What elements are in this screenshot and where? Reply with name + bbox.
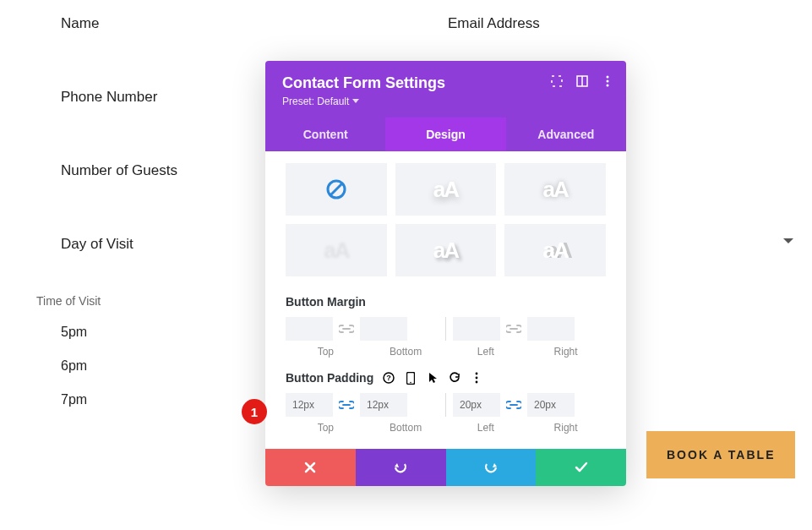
shadow-option-6[interactable]: aA — [504, 224, 606, 276]
preset-label: Preset: Default — [282, 96, 349, 107]
svg-point-12 — [476, 373, 478, 375]
time-label: Time of Visit — [36, 294, 101, 308]
redo-button[interactable] — [446, 449, 537, 486]
link-icon[interactable] — [338, 320, 355, 337]
tab-content[interactable]: Content — [265, 117, 385, 151]
undo-icon — [393, 461, 408, 474]
margin-right-input[interactable] — [527, 317, 575, 341]
padding-row — [286, 393, 606, 417]
padding-left-input[interactable] — [453, 393, 500, 417]
button-margin-label: Button Margin — [286, 295, 606, 309]
svg-point-4 — [607, 80, 609, 83]
button-padding-label: Button Padding ? — [286, 371, 606, 385]
chevron-down-icon[interactable] — [783, 238, 793, 243]
margin-left-sublabel: Left — [446, 346, 526, 358]
cursor-icon[interactable] — [426, 371, 439, 385]
phone-label: Phone Number — [61, 89, 157, 106]
padding-label-text: Button Padding — [286, 371, 373, 385]
guests-label: Number of Guests — [61, 162, 177, 179]
divider — [445, 393, 446, 417]
link-icon[interactable] — [338, 396, 355, 413]
columns-icon[interactable] — [575, 74, 589, 88]
step-badge: 1 — [242, 399, 267, 424]
margin-top-input[interactable] — [286, 317, 333, 341]
expand-icon[interactable] — [550, 74, 564, 88]
margin-left-input[interactable] — [453, 317, 500, 341]
margin-right-sublabel: Right — [526, 346, 606, 358]
padding-bottom-sublabel: Bottom — [366, 422, 446, 434]
more-vert-icon[interactable] — [470, 371, 483, 385]
svg-rect-0 — [552, 76, 562, 86]
margin-bottom-sublabel: Bottom — [366, 346, 446, 358]
padding-top-sublabel: Top — [286, 422, 366, 434]
email-label: Email Address — [448, 15, 540, 32]
shadow-option-4[interactable]: aA — [286, 224, 387, 276]
ban-icon — [325, 178, 347, 200]
link-icon[interactable] — [505, 320, 522, 337]
check-icon — [575, 462, 588, 473]
shadow-option-5[interactable]: aA — [395, 224, 497, 276]
svg-point-11 — [410, 381, 411, 383]
shadow-option-2[interactable]: aA — [395, 163, 497, 216]
book-table-button[interactable]: BOOK A TABLE — [646, 431, 795, 478]
shadow-preview: aA — [433, 177, 458, 203]
day-label: Day of Visit — [61, 236, 134, 253]
padding-right-sublabel: Right — [526, 422, 606, 434]
modal-footer — [265, 449, 626, 486]
modal-header: Contact Form Settings Preset: Default — [265, 61, 626, 117]
shadow-preview: aA — [543, 238, 568, 264]
shadow-preview: aA — [543, 177, 568, 203]
name-label: Name — [61, 15, 99, 32]
svg-point-3 — [607, 76, 609, 79]
more-icon[interactable] — [601, 74, 614, 88]
help-icon[interactable]: ? — [382, 371, 395, 385]
tabs: Content Design Advanced — [265, 117, 626, 151]
svg-point-14 — [476, 381, 478, 384]
tab-design[interactable]: Design — [385, 117, 505, 151]
shadow-preview: aA — [324, 238, 348, 264]
phone-icon[interactable] — [404, 371, 417, 385]
shadow-none-option[interactable] — [286, 163, 387, 216]
caret-down-icon — [352, 99, 359, 104]
modal-body: aA aA aA aA aA Button Margin Top Bottom … — [265, 151, 626, 449]
time-option-6pm[interactable]: 6pm — [61, 358, 87, 374]
settings-modal: Contact Form Settings Preset: Default Co… — [265, 61, 626, 486]
padding-top-input[interactable] — [286, 393, 333, 417]
svg-point-13 — [476, 377, 478, 380]
divider — [445, 317, 446, 341]
reset-icon[interactable] — [448, 371, 461, 385]
padding-bottom-input[interactable] — [360, 393, 407, 417]
svg-point-5 — [607, 85, 609, 87]
shadow-grid: aA aA aA aA aA — [286, 163, 606, 276]
shadow-option-3[interactable]: aA — [504, 163, 606, 216]
link-icon[interactable] — [505, 396, 522, 413]
padding-right-input[interactable] — [527, 393, 575, 417]
tab-advanced[interactable]: Advanced — [506, 117, 626, 151]
shadow-preview: aA — [433, 238, 458, 264]
close-icon — [304, 462, 316, 473]
close-button[interactable] — [265, 449, 356, 486]
time-option-5pm[interactable]: 5pm — [61, 325, 87, 340]
time-option-7pm[interactable]: 7pm — [61, 392, 87, 407]
undo-button[interactable] — [356, 449, 446, 486]
svg-line-7 — [330, 183, 342, 195]
preset-selector[interactable]: Preset: Default — [282, 96, 609, 107]
redo-icon — [483, 461, 499, 474]
padding-left-sublabel: Left — [446, 422, 526, 434]
margin-top-sublabel: Top — [286, 346, 366, 358]
margin-bottom-input[interactable] — [360, 317, 407, 341]
svg-text:?: ? — [386, 374, 391, 382]
margin-row — [286, 317, 606, 341]
save-button[interactable] — [536, 449, 626, 486]
